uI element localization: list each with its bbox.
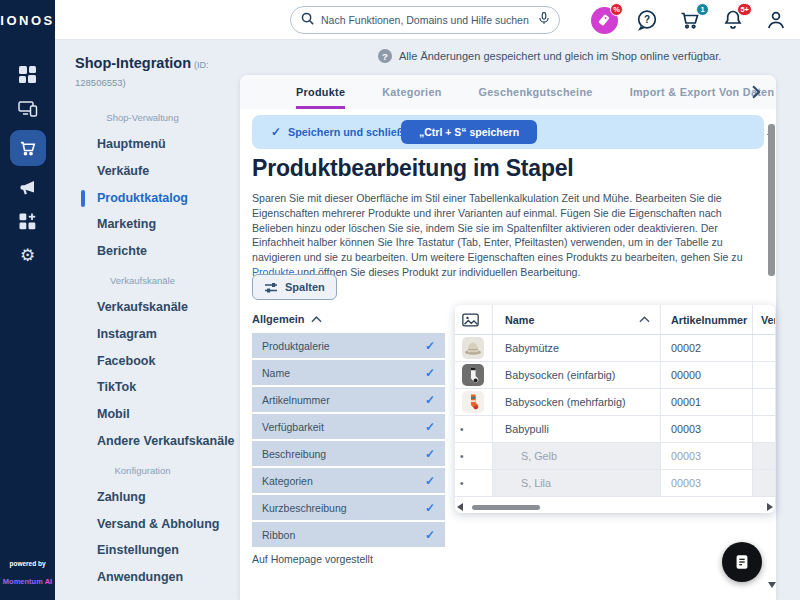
ionos-logo[interactable]: IONOS	[0, 0, 55, 40]
name-header-label: Name	[505, 314, 534, 326]
sidebar-item-hauptmenu[interactable]: Hauptmenü	[75, 131, 240, 158]
tab-kategorien[interactable]: Kategorien	[382, 75, 441, 109]
checklist-item-kategorien[interactable]: Kategorien✓	[252, 468, 445, 493]
tabs-overflow-chevron[interactable]	[751, 85, 761, 103]
sidebar-item-anwendungen[interactable]: Anwendungen	[75, 564, 240, 591]
sidebar-item-einstellungen[interactable]: Einstellungen	[75, 537, 240, 564]
checklist-item-ribbon[interactable]: Ribbon✓	[252, 522, 445, 547]
check-icon: ✓	[425, 474, 435, 488]
sidebar-item-mobil[interactable]: Mobil	[75, 401, 240, 428]
rail-settings-button[interactable]: ⚙	[10, 243, 46, 268]
sidebar-item-facebook[interactable]: Facebook	[75, 348, 240, 375]
search-input[interactable]	[315, 14, 537, 26]
name-column-header[interactable]: Name	[493, 305, 661, 334]
check-icon: ✓	[425, 447, 435, 461]
name-cell[interactable]: Babysocken (mehrfarbig)	[493, 389, 661, 415]
sort-ascending-icon	[639, 316, 650, 323]
tab-produkte[interactable]: Produkte	[296, 75, 345, 109]
rail-dashboard-button[interactable]	[10, 62, 46, 87]
survey-icon	[733, 553, 751, 571]
promo-offer-button[interactable]: %	[590, 6, 618, 34]
section-label-konfiguration: Konfiguration	[75, 465, 210, 476]
name-cell[interactable]: S, Gelb	[493, 443, 661, 469]
variant-bullet: •	[460, 451, 464, 462]
partial-cell	[753, 362, 775, 388]
table-row-variant[interactable]: • S, Gelb 00003	[455, 443, 775, 470]
sku-cell[interactable]: 00002	[661, 335, 753, 361]
description-text-post: und öffnen Sie dieses Produkt zur indivi…	[294, 266, 580, 278]
sku-column-header[interactable]: Artikelnummer	[661, 305, 753, 334]
checklist-item-artikelnummer[interactable]: Artikelnummer✓	[252, 387, 445, 412]
name-cell[interactable]: Babysocken (einfarbig)	[493, 362, 661, 388]
svg-text:?: ?	[644, 14, 650, 25]
sku-cell[interactable]: 00003	[661, 416, 753, 442]
rail-marketing-button[interactable]	[10, 175, 46, 200]
checklist-item-produktgalerie[interactable]: Produktgalerie✓	[252, 333, 445, 358]
horizontal-scroll-thumb[interactable]	[472, 505, 540, 510]
table-row-variant[interactable]: • S, Lila 00003	[455, 470, 775, 497]
allgemein-group-toggle[interactable]: Allgemein	[252, 313, 322, 325]
chevron-up-icon	[311, 316, 322, 323]
sku-cell[interactable]: 00003	[661, 470, 753, 496]
sidebar-item-verkaufskanaele[interactable]: Verkaufskanäle	[75, 294, 240, 321]
sku-cell[interactable]: 00001	[661, 389, 753, 415]
checklist-item-kurzbeschreibung[interactable]: Kurzbeschreibung✓	[252, 495, 445, 520]
ctrl-s-save-button[interactable]: „Ctrl + S“ speichern	[401, 120, 537, 144]
check-icon: ✓	[425, 420, 435, 434]
shop-sidebar: Shop-Integration(ID: 128506553) Shop-Ver…	[55, 40, 240, 600]
cart-button[interactable]: 1	[676, 6, 704, 34]
table-horizontal-scrollbar[interactable]	[457, 502, 773, 512]
vertical-scroll-thumb[interactable]	[768, 124, 775, 276]
columns-filter-button[interactable]: Spalten	[252, 274, 337, 300]
rail-shop-button[interactable]	[10, 130, 46, 166]
table-row[interactable]: • Babypulli 00003	[455, 416, 775, 443]
table-row[interactable]: Babymütze 00002	[455, 335, 775, 362]
scroll-down-arrow[interactable]	[768, 582, 776, 588]
sidebar-item-produktkatalog[interactable]: Produktkatalog	[75, 185, 240, 212]
cart-icon	[18, 138, 38, 158]
checklist-item-name[interactable]: Name✓	[252, 360, 445, 385]
sku-cell[interactable]: 00000	[661, 362, 753, 388]
rail-domains-button[interactable]	[10, 96, 46, 121]
scroll-right-arrow[interactable]	[767, 503, 773, 511]
thumbnail-cell	[455, 389, 493, 415]
tab-geschenkgutscheine[interactable]: Geschenkgutscheine	[479, 75, 593, 109]
sidebar-item-versand-abholung[interactable]: Versand & Abholung	[75, 511, 240, 538]
app-rail: ⚙ powered by Momentum AI	[0, 40, 55, 600]
sidebar-item-marketing[interactable]: Marketing	[75, 211, 240, 238]
sidebar-item-tiktok[interactable]: TikTok	[75, 374, 240, 401]
partial-cell	[753, 470, 775, 496]
table-row[interactable]: Babysocken (einfarbig) 00000	[455, 362, 775, 389]
save-and-close-button[interactable]: ✓ Speichern und schließen	[271, 125, 416, 139]
name-cell[interactable]: Babypulli	[493, 416, 661, 442]
scroll-left-arrow[interactable]	[457, 503, 463, 511]
user-icon	[764, 8, 788, 32]
notifications-button[interactable]: 5+	[719, 6, 747, 34]
feedback-fab-button[interactable]	[722, 542, 762, 582]
apps-plus-icon	[18, 212, 37, 231]
help-button[interactable]: ?	[633, 6, 661, 34]
rail-apps-button[interactable]	[10, 209, 46, 234]
save-bar: ✓ Speichern und schließen „Ctrl + S“ spe…	[252, 115, 764, 149]
checklist-label: Artikelnummer	[262, 394, 330, 406]
sidebar-item-andere-verkaufskanaele[interactable]: Andere Verkaufskanäle	[75, 428, 240, 455]
checklist-item-beschreibung[interactable]: Beschreibung✓	[252, 441, 445, 466]
sku-cell[interactable]: 00003	[661, 443, 753, 469]
sidebar-item-zahlung[interactable]: Zahlung	[75, 484, 240, 511]
name-cell[interactable]: S, Lila	[493, 470, 661, 496]
table-row[interactable]: Babysocken (mehrfarbig) 00001	[455, 389, 775, 416]
page-title: Produktbearbeitung im Stapel	[252, 155, 574, 182]
product-thumbnail-hat	[462, 337, 484, 359]
global-search[interactable]	[290, 6, 560, 34]
sidebar-item-berichte[interactable]: Berichte	[75, 238, 240, 265]
microphone-icon[interactable]	[537, 11, 551, 30]
account-button[interactable]	[762, 6, 790, 34]
checklist-item-auf-homepage[interactable]: Auf Homepage vorgestellt	[252, 553, 373, 565]
sidebar-item-instagram[interactable]: Instagram	[75, 321, 240, 348]
powered-by-label: powered by	[0, 560, 55, 569]
checklist-item-verfuegbarkeit[interactable]: Verfügbarkeit✓	[252, 414, 445, 439]
product-thumbnail-sock-color	[462, 391, 484, 413]
name-cell[interactable]: Babymütze	[493, 335, 661, 361]
product-sku: 00003	[671, 477, 701, 489]
sidebar-item-verkaeufe[interactable]: Verkäufe	[75, 158, 240, 185]
